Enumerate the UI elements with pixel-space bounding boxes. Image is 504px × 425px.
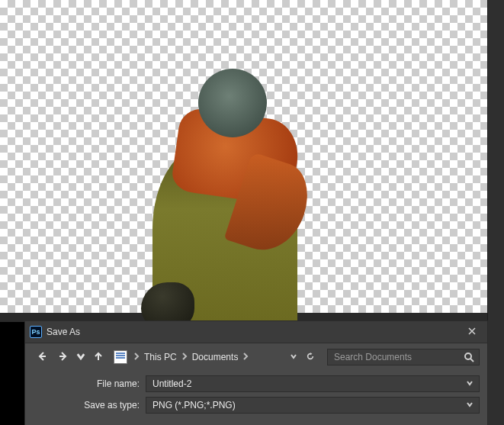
chevron-down-icon: [466, 378, 474, 389]
chevron-down-icon: [466, 400, 474, 411]
arrow-up-icon: [93, 351, 104, 364]
chevron-right-icon: [133, 352, 140, 362]
chevron-right-icon: [181, 352, 188, 362]
image-subject: [145, 61, 313, 320]
filename-dropdown[interactable]: [464, 378, 476, 389]
save-as-dialog: Ps Save As This PC Documents: [24, 320, 488, 425]
dialog-titlebar: Ps Save As: [25, 321, 487, 343]
refresh-button[interactable]: [303, 349, 318, 365]
close-icon: [468, 327, 476, 337]
svg-point-0: [465, 353, 471, 359]
filename-field[interactable]: Untitled-2: [146, 375, 480, 392]
breadcrumb-dropdown[interactable]: [286, 349, 301, 365]
nav-recent-button[interactable]: [75, 348, 86, 366]
savetype-field[interactable]: PNG (*.PNG;*.PNG): [146, 397, 480, 414]
savetype-dropdown[interactable]: [464, 400, 476, 411]
search-icon: [464, 352, 474, 362]
search-box[interactable]: [327, 349, 480, 365]
photoshop-app-icon: Ps: [30, 326, 42, 338]
savetype-label: Save as type:: [33, 400, 140, 411]
chevron-right-icon: [242, 352, 249, 362]
arrow-right-icon: [58, 351, 69, 364]
dialog-title: Save As: [47, 327, 457, 337]
breadcrumb-trailing: [252, 349, 318, 365]
close-button[interactable]: [457, 321, 487, 343]
savetype-value: PNG (*.PNG;*.PNG): [152, 400, 464, 411]
nav-forward-button[interactable]: [54, 348, 72, 366]
savetype-row: Save as type: PNG (*.PNG;*.PNG): [33, 397, 480, 414]
nav-row: This PC Documents: [25, 343, 487, 368]
nav-up-button[interactable]: [89, 348, 108, 366]
breadcrumb-item[interactable]: Documents: [192, 352, 239, 362]
canvas-frame: [0, 0, 504, 322]
breadcrumb[interactable]: This PC Documents: [144, 352, 249, 362]
arrow-left-icon: [37, 351, 47, 364]
refresh-icon: [307, 352, 314, 362]
location-folder-icon: [114, 350, 127, 364]
transparency-canvas: [0, 0, 488, 313]
filename-value: Untitled-2: [152, 378, 464, 389]
right-panel-strip: [487, 0, 504, 425]
filename-label: File name:: [33, 378, 140, 389]
chevron-down-icon: [75, 351, 86, 364]
search-input[interactable]: [332, 351, 464, 363]
chevron-down-icon: [290, 352, 297, 362]
form-area: File name: Untitled-2 Save as type: PNG …: [25, 368, 487, 414]
breadcrumb-item[interactable]: This PC: [144, 352, 177, 362]
filename-row: File name: Untitled-2: [33, 375, 480, 392]
nav-back-button[interactable]: [33, 348, 51, 366]
